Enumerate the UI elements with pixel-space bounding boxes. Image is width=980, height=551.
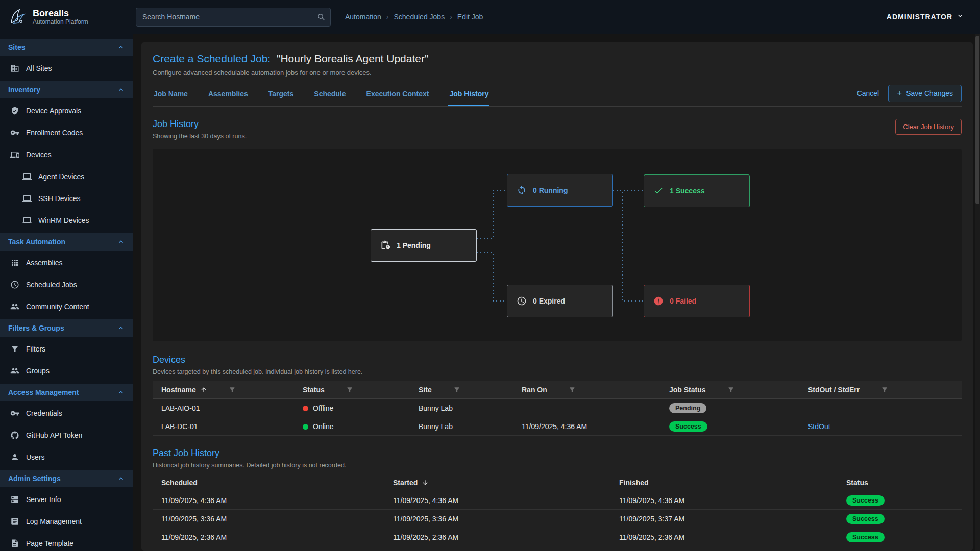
search-input[interactable] <box>136 8 331 27</box>
table-row[interactable]: 11/09/2025, 3:36 AM 11/09/2025, 3:36 AM … <box>153 510 962 528</box>
sidebar-item-page-template[interactable]: Page Template <box>0 532 133 551</box>
sidebar-item-all-sites[interactable]: All Sites <box>0 57 133 79</box>
devices-heading: Devices <box>153 355 962 365</box>
column-header-hostname[interactable]: Hostname <box>161 386 196 394</box>
sidebar-item-assemblies[interactable]: Assemblies <box>0 252 133 273</box>
sidebar-item-scheduled-jobs[interactable]: Scheduled Jobs <box>0 273 133 295</box>
cell-scheduled: 11/09/2025, 3:36 AM <box>161 515 393 523</box>
breadcrumb-item-edit-job[interactable]: Edit Job <box>457 13 483 21</box>
sort-desc-icon[interactable] <box>422 479 429 486</box>
table-row[interactable]: LAB-DC-01 Online Bunny Lab 11/09/2025, 4… <box>153 417 962 436</box>
filter-menu-icon[interactable] <box>727 386 734 393</box>
scrollbar-thumb[interactable] <box>975 36 979 204</box>
sidebar-item-community-content[interactable]: Community Content <box>0 295 133 317</box>
sidebar-section-label: Admin Settings <box>8 474 61 483</box>
sidebar-item-enrollment-codes[interactable]: Enrollment Codes <box>0 121 133 143</box>
filter-menu-icon[interactable] <box>569 386 576 393</box>
sidebar-section-access-management[interactable]: Access Management <box>0 384 133 401</box>
cell-status: Online <box>303 422 419 431</box>
key-icon <box>10 409 19 418</box>
sidebar-item-github-api-token[interactable]: GitHub API Token <box>0 424 133 446</box>
flow-node-label: 1 Success <box>670 187 705 195</box>
column-header-scheduled[interactable]: Scheduled <box>161 479 198 487</box>
page-icon <box>10 539 19 548</box>
tab-job-name[interactable]: Job Name <box>153 85 189 106</box>
stdout-link[interactable]: StdOut <box>808 422 830 431</box>
tab-assemblies[interactable]: Assemblies <box>207 85 249 106</box>
online-status-dot <box>303 424 308 430</box>
flow-node-expired[interactable]: 0 Expired <box>507 285 613 317</box>
flow-node-failed[interactable]: 0 Failed <box>644 285 750 317</box>
sidebar-item-ssh-devices[interactable]: SSH Devices <box>0 187 133 209</box>
filter-menu-icon[interactable] <box>229 386 236 393</box>
breadcrumb-item-automation[interactable]: Automation <box>345 13 381 21</box>
cell-started: 11/09/2025, 2:36 AM <box>393 533 619 541</box>
devices-table-header: Hostname Status Site Ran On <box>153 381 962 399</box>
save-changes-button[interactable]: + Save Changes <box>888 85 962 102</box>
job-history-heading: Job History <box>153 119 247 130</box>
cell-started: 11/09/2025, 3:36 AM <box>393 515 619 523</box>
page-title-prefix: Create a Scheduled Job: <box>153 53 271 64</box>
sidebar-section-task-automation[interactable]: Task Automation <box>0 233 133 251</box>
sidebar-item-groups[interactable]: Groups <box>0 360 133 382</box>
sidebar-section-inventory[interactable]: Inventory <box>0 81 133 98</box>
filter-icon <box>10 344 19 354</box>
sidebar-item-label: Enrollment Codes <box>26 129 83 137</box>
tab-targets[interactable]: Targets <box>267 85 295 106</box>
filter-menu-icon[interactable] <box>453 386 460 393</box>
column-header-site[interactable]: Site <box>419 386 432 394</box>
sidebar-item-log-management[interactable]: Log Management <box>0 510 133 532</box>
sidebar-item-devices[interactable]: Devices <box>0 143 133 165</box>
sidebar-item-label: Agent Devices <box>38 172 84 181</box>
user-icon <box>10 453 19 462</box>
cell-status: Success <box>846 495 962 506</box>
table-row[interactable]: LAB-AIO-01 Offline Bunny Lab Pending <box>153 399 962 417</box>
sort-asc-icon[interactable] <box>200 386 207 393</box>
column-header-started[interactable]: Started <box>393 479 418 487</box>
sidebar-item-users[interactable]: Users <box>0 446 133 468</box>
cancel-button[interactable]: Cancel <box>857 89 879 97</box>
column-header-job-status[interactable]: Job Status <box>669 386 706 394</box>
clear-job-history-button[interactable]: Clear Job History <box>895 119 962 135</box>
sidebar-item-filters[interactable]: Filters <box>0 338 133 360</box>
chevron-up-icon <box>117 86 125 93</box>
sidebar-item-agent-devices[interactable]: Agent Devices <box>0 165 133 187</box>
cell-hostname: LAB-AIO-01 <box>161 404 303 412</box>
sidebar-section-admin-settings[interactable]: Admin Settings <box>0 470 133 487</box>
cell-site: Bunny Lab <box>419 422 522 431</box>
sidebar-section-sites[interactable]: Sites <box>0 39 133 56</box>
top-bar: Borealis Automation Platform Automation … <box>0 0 980 34</box>
table-row[interactable]: 11/09/2025, 2:36 AM 11/09/2025, 2:36 AM … <box>153 528 962 546</box>
column-header-finished[interactable]: Finished <box>619 479 649 487</box>
flow-node-success[interactable]: 1 Success <box>644 174 750 207</box>
sidebar-item-credentials[interactable]: Credentials <box>0 402 133 424</box>
brand-name: Borealis <box>33 8 88 18</box>
column-header-status[interactable]: Status <box>846 479 868 487</box>
status-badge: Success <box>846 495 885 506</box>
tabs-bar: Job Name Assemblies Targets Schedule Exe… <box>153 85 962 107</box>
offline-status-dot <box>303 406 308 411</box>
flow-node-label: 0 Running <box>533 186 568 194</box>
table-row[interactable]: 11/09/2025, 4:36 AM 11/09/2025, 4:36 AM … <box>153 491 962 510</box>
sync-icon <box>517 185 527 195</box>
sidebar-item-device-approvals[interactable]: Device Approvals <box>0 99 133 121</box>
sidebar-item-label: Groups <box>26 367 50 375</box>
sidebar-item-winrm-devices[interactable]: WinRM Devices <box>0 209 133 231</box>
column-header-status[interactable]: Status <box>303 386 325 394</box>
breadcrumb-item-scheduled-jobs[interactable]: Scheduled Jobs <box>394 13 445 21</box>
sidebar-section-filters-groups[interactable]: Filters & Groups <box>0 319 133 337</box>
vertical-scrollbar[interactable] <box>975 34 980 551</box>
sidebar-item-server-info[interactable]: Server Info <box>0 488 133 510</box>
column-header-stdout-stderr[interactable]: StdOut / StdErr <box>808 386 860 394</box>
job-history-subheading: Showing the last 30 days of runs. <box>153 133 247 140</box>
user-menu[interactable]: ADMINISTRATOR <box>887 12 964 21</box>
past-history-table: Scheduled Started Finished Status 11/09/… <box>153 474 962 546</box>
flow-node-pending[interactable]: 1 Pending <box>371 229 477 262</box>
filter-menu-icon[interactable] <box>881 386 888 393</box>
tab-job-history[interactable]: Job History <box>448 85 489 106</box>
column-header-ran-on[interactable]: Ran On <box>522 386 547 394</box>
tab-execution-context[interactable]: Execution Context <box>365 85 430 106</box>
filter-menu-icon[interactable] <box>346 386 353 393</box>
flow-node-running[interactable]: 0 Running <box>507 174 613 207</box>
tab-schedule[interactable]: Schedule <box>313 85 347 106</box>
